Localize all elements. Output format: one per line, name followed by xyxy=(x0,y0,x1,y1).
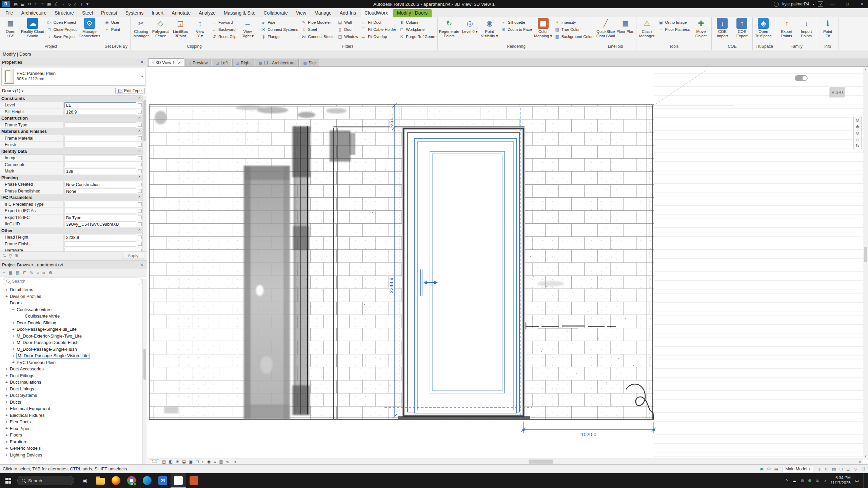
tab-modify-doors[interactable]: Modify | Doors xyxy=(393,9,432,17)
section-icon[interactable]: ◫ xyxy=(79,2,83,6)
ribbon-button-point[interactable]: ⌖Point xyxy=(103,26,121,33)
collapse-icon[interactable]: ^ xyxy=(138,97,140,100)
prop-value-frame-material[interactable] xyxy=(64,136,136,141)
expand-icon[interactable]: + xyxy=(5,440,10,444)
taskbar-search[interactable]: Search xyxy=(17,476,74,485)
ribbon-button-coe-import[interactable]: ↓COE Import xyxy=(712,17,732,38)
worksets-icon[interactable]: ⚙ xyxy=(767,466,771,471)
expand-icon[interactable]: + xyxy=(5,373,10,378)
view-tab-right[interactable]: ◫Right xyxy=(232,59,254,66)
tray-security[interactable] xyxy=(808,478,811,483)
tag-icon[interactable]: ◇ xyxy=(68,2,71,6)
tree-item-m-door-passage-single-vision-lite[interactable]: +M_Door-Passage-Single-Vision_Lite xyxy=(0,352,142,359)
prop-value-mark[interactable]: 138 xyxy=(64,168,136,174)
scrollbar-thumb[interactable] xyxy=(864,247,867,262)
ribbon-button-reality-cloud-studio[interactable]: ☁Reality Cloud Studio xyxy=(20,17,45,38)
selected-door[interactable] xyxy=(414,139,516,413)
expand-icon[interactable]: + xyxy=(5,387,10,391)
prop-value-export-to-ifc-as[interactable] xyxy=(64,208,136,214)
prop-group-ifc-parameters[interactable]: IFC Parameters^ xyxy=(0,195,142,201)
taskbar-firefox[interactable] xyxy=(108,473,124,488)
ribbon-button-ortho-image[interactable]: ▣Ortho Image xyxy=(657,19,691,26)
sort-icon[interactable]: ⇅ xyxy=(3,253,6,258)
scale-indicator[interactable]: 1:1 xyxy=(150,459,159,464)
ribbon-button-backward[interactable]: ←Backward xyxy=(210,26,238,33)
taskbar-clock[interactable]: 6:34 PM 11/17/2025 xyxy=(830,475,850,486)
expand-icon[interactable]: + xyxy=(12,321,17,325)
element-filter-select[interactable]: Doors (1) ▾ xyxy=(2,88,23,93)
tab-precast[interactable]: Precast xyxy=(97,9,121,17)
worksharing-display-icon[interactable]: ≡ xyxy=(214,459,216,464)
tab-structure[interactable]: Structure xyxy=(51,9,78,17)
ribbon-button-steel[interactable]: ⌶Steel xyxy=(299,26,336,33)
viewcube[interactable]: RIGHT xyxy=(830,87,845,97)
expand-icon[interactable]: + xyxy=(5,288,10,292)
tree-item-doors[interactable]: −Doors xyxy=(0,300,142,306)
save-icon[interactable]: ⬓ xyxy=(21,2,24,6)
sync-icon[interactable]: ↻ xyxy=(28,2,31,6)
view-tab-3d-view-1[interactable]: ⌂3D View 1✕ xyxy=(148,58,184,66)
ribbon-button-silhouette[interactable]: ◐Silhouette xyxy=(499,19,533,26)
prop-value-phase-demolished[interactable]: None xyxy=(64,188,136,194)
home-icon[interactable]: ⌂ xyxy=(3,270,5,275)
ribbon-button-zoom-to-face[interactable]: ⊕Zoom to Face xyxy=(499,26,533,33)
drag-on-selection-icon[interactable]: ◻ xyxy=(846,466,850,471)
prop-value-hardware[interactable] xyxy=(64,248,136,251)
expand-icon[interactable]: + xyxy=(5,407,10,411)
select-links-icon[interactable]: ⊞ xyxy=(825,466,828,471)
type-selector[interactable]: PVC Panneau Plein 805 x 2112mm ▾ xyxy=(1,67,145,86)
shadows-icon[interactable]: ⬓ xyxy=(182,459,186,464)
scroll-right-icon[interactable]: ▶ xyxy=(858,459,863,464)
taskbar-file-explorer[interactable] xyxy=(93,473,108,488)
dimension-grip[interactable] xyxy=(653,429,655,431)
tree-item-m-door-exterior-single-two-lite[interactable]: +M_Door-Exterior-Single-Two_Lite xyxy=(0,333,142,340)
tree-item-door-passage-single-full-lite[interactable]: +Door-Passage-Single-Full_Lite xyxy=(0,326,142,333)
prop-value-export-to-ifc[interactable]: By Type xyxy=(64,215,136,221)
ribbon-button-level-0[interactable]: ◎Level 0 ▾ xyxy=(460,17,480,34)
expand-icon[interactable]: + xyxy=(5,294,10,298)
visual-style-icon[interactable]: ◧ xyxy=(169,459,173,464)
prop-group-constraints[interactable]: Constraints^ xyxy=(0,96,142,102)
show-crop-region-icon[interactable]: ◻ xyxy=(196,459,199,464)
tray-hidden-icons-chevron[interactable]: ^ xyxy=(786,478,788,483)
prop-value-frame-type[interactable] xyxy=(64,122,136,128)
tree-item-duct-accessories[interactable]: +Duct Accessories xyxy=(0,366,142,372)
tab-annotate[interactable]: Annotate xyxy=(167,9,195,17)
taskbar-chrome[interactable] xyxy=(124,473,139,488)
scroll-down-icon[interactable]: ▼ xyxy=(863,454,868,459)
prop-value-ifc-predefined-type[interactable] xyxy=(64,202,136,207)
ribbon-button-background-color[interactable]: ▩Background Color xyxy=(553,33,594,40)
browser-scrollbar[interactable] xyxy=(142,279,147,464)
ribbon-button-color-mapping[interactable]: ▦Color Mapping ▾ xyxy=(533,17,553,38)
tree-item-generic-models[interactable]: +Generic Models xyxy=(0,445,142,452)
ribbon-button-close-project[interactable]: ◻Close Project xyxy=(45,26,78,33)
prop-value-ifcguid[interactable]: 39Uvy_jU54Tw70U98bhrXB xyxy=(64,221,136,227)
dimension-middle[interactable]: 2248.9 xyxy=(388,278,394,293)
selection-filter-icon[interactable]: ▽ xyxy=(854,467,857,471)
user-name[interactable]: kyle.palmerR4 xyxy=(782,2,809,6)
prop-value-sill-height[interactable]: 126.9 xyxy=(64,109,136,115)
expand-icon[interactable]: + xyxy=(5,367,10,371)
taskbar-app-orange[interactable] xyxy=(186,473,202,488)
expand-icon[interactable]: + xyxy=(5,433,10,437)
tree-item-coulissante-vitr-e[interactable]: −Coulissante vitrée xyxy=(0,306,142,313)
ribbon-button-wall[interactable]: ▤Wall xyxy=(336,19,359,26)
expand-icon[interactable]: + xyxy=(5,426,10,430)
filter-icon[interactable]: ▽ xyxy=(9,253,12,258)
ribbon-button-coe-export[interactable]: ↑COE Export xyxy=(732,17,752,38)
ribbon-button-open-lgs[interactable]: ▦Open LGS xyxy=(1,17,20,38)
prop-value-level[interactable]: L1 xyxy=(64,102,136,108)
project-browser-close-icon[interactable]: ✕ xyxy=(139,263,145,267)
detail-level-icon[interactable]: ▤ xyxy=(162,459,166,464)
ribbon-button-view-right[interactable]: ↔View Right ▾ xyxy=(238,17,257,38)
ribbon-button-door[interactable]: ▯Door xyxy=(336,26,359,33)
prop-group-phasing[interactable]: Phasing^ xyxy=(0,175,142,182)
view-tab-left[interactable]: ◫Left xyxy=(212,59,231,66)
undo-icon[interactable]: ↶ xyxy=(34,2,38,6)
design-options-icon[interactable]: ▤ xyxy=(774,466,778,471)
edit-icon[interactable]: ✎ xyxy=(30,270,33,275)
temporary-view-properties-icon[interactable]: ▦ xyxy=(219,459,223,464)
scrollbar-thumb[interactable] xyxy=(529,460,553,464)
ribbon-button-purge-ref-geom[interactable]: ✕Purge Ref Geom xyxy=(397,33,436,40)
tree-item-detail-items[interactable]: +Detail Items xyxy=(0,286,142,293)
